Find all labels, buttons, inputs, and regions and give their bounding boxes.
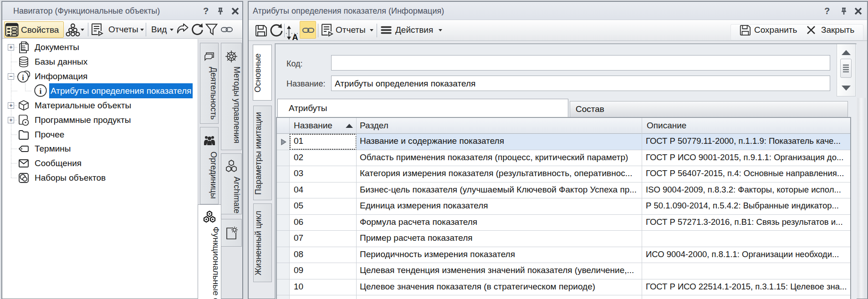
svg-text:i: i xyxy=(40,86,42,96)
svg-text:i: i xyxy=(22,74,24,81)
svg-text:A: A xyxy=(292,33,298,41)
